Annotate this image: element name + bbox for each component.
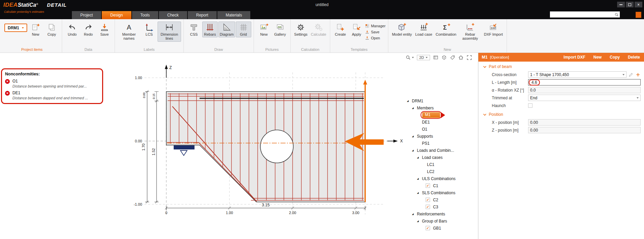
haunch-checkbox[interactable] [528,103,532,108]
import-dxf-action[interactable]: Import DXF [564,55,586,60]
copy-action[interactable]: Copy [610,55,620,60]
undo-button[interactable]: Undo [65,22,80,37]
tree-checkbox[interactable]: ✓ [426,205,430,209]
tree-item-loads-and-combin[interactable]: ◢Loads and Combin... [406,147,469,154]
tree-expander-icon[interactable]: ◢ [417,177,421,180]
tree-item-c3[interactable]: ✓C3 [406,203,469,210]
new-button[interactable]: New [28,22,43,37]
tree-item-o1[interactable]: O1 [406,126,469,133]
tree-item-lc1[interactable]: LC1 [406,161,469,168]
member-names-button[interactable]: AMember names [117,22,141,42]
calculate-button[interactable]: Calculate [309,22,328,37]
tree-item-lc2[interactable]: LC2 [406,168,469,175]
add-cross-section-button[interactable] [635,72,641,77]
tab-check[interactable]: Check [159,11,187,19]
delete-action[interactable]: Delete [628,55,640,60]
tree-item-m1[interactable]: M1 [406,111,469,118]
x-position-m-input[interactable]: 0.00 [528,119,641,126]
tree-item-c2[interactable]: ✓C2 [406,196,469,203]
tree-item-c1[interactable]: ✓C1 [406,182,469,189]
z-position-m-input[interactable]: 0.00 [528,127,641,133]
tree-checkbox[interactable]: ✓ [426,198,430,202]
section-header[interactable]: Part of beam [478,62,644,71]
tree-item-ps1[interactable]: PS1 [406,140,469,147]
nonconformity-item-de1[interactable]: ✕DE1Distance between dapped end and trim… [5,91,99,100]
rotation-xz-input[interactable]: 0.0 [528,87,641,93]
tree-expander-icon[interactable]: ◢ [412,135,416,138]
new-action[interactable]: New [593,55,602,60]
tab-report[interactable]: Report [188,11,217,19]
create-button[interactable]: Create [333,22,348,37]
section-header[interactable]: Position [478,109,644,118]
tree-item-drm1[interactable]: ◢DRM1 [406,97,469,104]
settings-button[interactable]: Settings [293,22,309,37]
nonconformity-item-o1[interactable]: ✕O1Distance between opening and trimmed … [5,79,99,88]
tree-item-group-of-bars[interactable]: ◢Group of Bars [406,217,469,225]
search-icon[interactable] [614,12,619,17]
copy-button[interactable]: Copy [44,22,59,37]
rebar-assembly-button[interactable]: Rebar assembly [458,22,482,42]
css-button[interactable]: CSS [186,22,202,37]
tree-expander-icon[interactable]: ◢ [417,220,421,223]
solid-view-button[interactable] [441,55,447,60]
manager-button[interactable]: Manager [365,24,385,28]
tree-expander-icon[interactable]: ◢ [412,149,416,152]
tab-materials[interactable]: Materials [217,11,251,19]
tree-item-uls-combinations[interactable]: ◢ULS Combinations [406,175,469,182]
trimmed-at-select[interactable]: End [528,95,641,101]
button-label: Member names [119,32,139,41]
tab-design[interactable]: Design [102,11,131,19]
save-button[interactable]: Save [97,22,112,37]
l-length-m-input[interactable]: 4.6 [528,79,641,86]
minimize-button[interactable] [617,2,625,7]
tab-project[interactable]: Project [72,11,101,19]
open-button[interactable]: Open [365,36,385,40]
tree-item-load-cases[interactable]: ◢Load cases [406,154,469,161]
tree-item-supports[interactable]: ◢Supports [406,133,469,140]
fit-view-button[interactable] [467,55,472,60]
dxf-import-button[interactable]: DXFDXF Import [482,22,504,37]
new-button[interactable]: New [256,22,272,37]
grid-button[interactable]: Grid [236,22,251,37]
tree-item-label: DRM1 [411,98,425,104]
cross-section-select[interactable]: 1 - T Shape 1700,450 [528,71,627,78]
maximize-button[interactable] [626,2,634,7]
zoom-tool-button[interactable] [405,55,414,60]
model-entity-button[interactable]: Model entity [391,22,413,37]
redo-button[interactable]: Redo [81,22,96,37]
load-case-button[interactable]: Load case [414,22,434,37]
tree-expander-icon[interactable]: ◢ [412,107,416,109]
tree-expander-icon[interactable]: ◢ [407,100,411,102]
tree-item-de1[interactable]: DE1 [406,118,469,126]
search-input[interactable] [551,12,614,16]
titlebar-orange-button[interactable] [636,12,641,18]
tree-item-reinforcements[interactable]: ◢Reinforcements [406,210,469,217]
tab-tools[interactable]: Tools [132,11,158,19]
tree-expander-icon[interactable]: ◢ [417,156,421,159]
labels-view-button[interactable] [450,55,455,60]
combination-button[interactable]: ΣCombination [434,22,458,37]
lcs-button[interactable]: LCS [141,22,157,37]
apply-button[interactable]: Apply [349,22,364,37]
gallery-button[interactable]: Gallery [272,22,288,37]
tree-checkbox[interactable]: ✓ [426,183,430,188]
edit-cross-section-button[interactable] [628,72,634,77]
view-frame-button[interactable] [433,55,438,60]
rebars-button[interactable]: Rebars [202,22,218,37]
section-title: Part of beam [489,64,512,69]
tree-expander-icon[interactable]: ◢ [412,213,416,215]
save-button[interactable]: Save [365,30,385,34]
tree-item-members[interactable]: ◢Members [406,104,469,111]
close-button[interactable]: × [635,2,642,7]
project-item-combo[interactable]: DRM1 [4,24,27,32]
tree-checkbox[interactable]: ✓ [426,226,430,230]
view-mode-button[interactable]: 2D [417,55,430,60]
diagram-button[interactable]: Diagram [218,22,235,37]
tree-item-sls-combinations[interactable]: ◢SLS Combinations [406,189,469,196]
tree-item-gb1[interactable]: ✓GB1 [406,225,469,232]
home-view-button[interactable] [458,55,464,60]
error-icon: ✕ [5,79,10,84]
model-canvas[interactable]: 3.15 1.00 0.00 -1.00 0 1.00 2.00 3.00 1.… [0,53,478,239]
dimension-lines-button[interactable]: Dimension lines [158,22,181,42]
tree-expander-icon[interactable]: ◢ [417,192,421,194]
